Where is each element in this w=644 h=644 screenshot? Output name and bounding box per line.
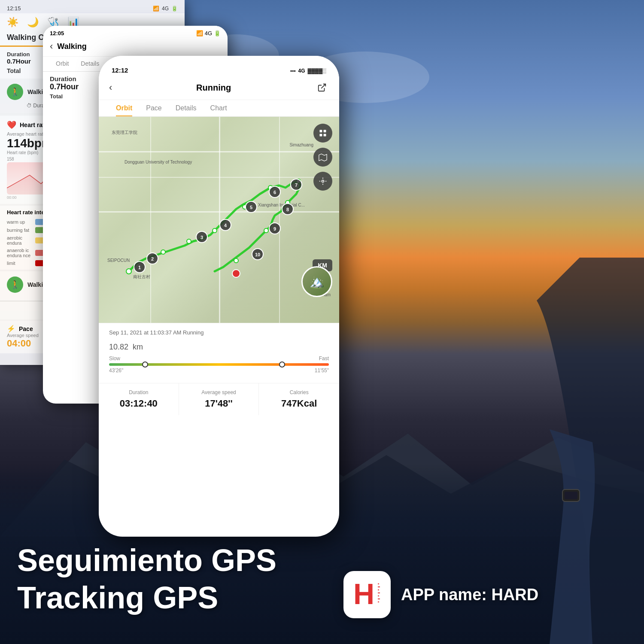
svg-text:1: 1 xyxy=(138,265,141,270)
svg-line-5 xyxy=(321,84,325,88)
person-silhouette xyxy=(429,0,644,644)
pace-marker-right xyxy=(279,361,285,368)
pace-fast-label: Fast xyxy=(319,355,329,361)
map-layers-btn[interactable] xyxy=(313,124,332,143)
svg-text:10: 10 xyxy=(255,252,260,257)
app-branding: H APP name: HARD xyxy=(343,571,538,618)
pace-values: 43'26" 11'55" xyxy=(109,368,329,374)
pace-marker-left xyxy=(142,361,148,368)
distance-unit: km xyxy=(133,343,143,351)
map-type-btn[interactable] xyxy=(313,148,332,167)
svg-point-36 xyxy=(232,270,240,277)
network-type: 4G xyxy=(298,68,305,74)
phone-mid-header: ‹ Walking xyxy=(43,38,228,57)
app-name-text: APP name: HARD xyxy=(401,586,538,604)
pace-slow-label: Slow xyxy=(109,355,120,361)
phone-mid-time: 12:05 xyxy=(50,30,64,36)
phone-main-inner: 12:12 ▪▪▪ 4G ▓▓▓▓░ ‹ Running Orbit Pace xyxy=(99,56,339,537)
activity-date: Sep 11, 2021 at 11:03:37 AM Running xyxy=(109,329,329,336)
gps-route-svg: 1 2 3 4 5 6 7 8 xyxy=(99,117,339,323)
svg-point-15 xyxy=(234,258,238,263)
svg-text:2: 2 xyxy=(151,256,154,261)
map-location-btn[interactable] xyxy=(313,172,332,191)
walk-icon-2: 🚶 xyxy=(7,276,23,293)
phone-mid-tab-orbit[interactable]: Orbit xyxy=(50,57,75,71)
phone-bg-time: 12:15 xyxy=(7,5,21,12)
svg-rect-40 xyxy=(324,134,326,137)
main-share-btn[interactable] xyxy=(315,81,329,94)
phone-mid-status: 12:05 📶 4G 🔋 xyxy=(43,26,228,38)
hard-app-logo-svg: H xyxy=(350,577,384,612)
heart-icon: ❤️ xyxy=(7,120,16,130)
main-back-btn[interactable]: ‹ xyxy=(109,82,112,93)
main-status-bar: 12:12 ▪▪▪ 4G ▓▓▓▓░ xyxy=(99,56,339,77)
svg-point-7 xyxy=(161,250,165,254)
signal-bars-icon: ▪▪▪ xyxy=(290,68,296,74)
pace-fast-val: 11'55" xyxy=(315,368,329,374)
phone-bg-status-icons: 📶4G🔋 xyxy=(153,6,178,12)
activity-thumbnail: 🏔️ xyxy=(301,266,332,297)
duration-stat-label: Duration xyxy=(106,389,172,395)
svg-point-8 xyxy=(187,239,191,243)
tab-details[interactable]: Details xyxy=(169,100,204,116)
phone-main: 12:12 ▪▪▪ 4G ▓▓▓▓░ ‹ Running Orbit Pace xyxy=(99,56,339,537)
svg-text:3: 3 xyxy=(200,235,203,240)
stat-calories: Calories 747Kcal xyxy=(259,383,339,415)
svg-rect-39 xyxy=(320,134,322,137)
app-icon: H xyxy=(343,571,391,618)
svg-rect-37 xyxy=(320,130,322,133)
map-area[interactable]: 东莞理工学院 Simazhuang Dongguan University of… xyxy=(99,117,339,323)
pace-labels: Slow Fast xyxy=(109,355,329,361)
activity-info: Sep 11, 2021 at 11:03:37 AM Running 10.8… xyxy=(109,329,329,352)
svg-text:4: 4 xyxy=(224,223,227,228)
svg-text:5: 5 xyxy=(250,205,252,210)
activity-icon: ☀️ xyxy=(7,17,18,28)
activity-card-header: Sep 11, 2021 at 11:03:37 AM Running 10.8… xyxy=(109,329,329,352)
pace-bar-container: Slow Fast 43'26" 11'55" xyxy=(109,355,329,374)
stat-speed: Average speed 17'48'' xyxy=(179,383,259,415)
svg-point-41 xyxy=(322,180,324,182)
main-tabs-bar: Orbit Pace Details Chart xyxy=(99,100,339,117)
speed-stat-value: 17'48'' xyxy=(186,398,252,409)
main-title: Running xyxy=(196,83,231,93)
svg-text:6: 6 xyxy=(273,190,276,195)
tab-chart[interactable]: Chart xyxy=(204,100,234,116)
svg-rect-38 xyxy=(324,130,326,133)
calories-stat-value: 747Kcal xyxy=(266,398,332,409)
pace-title: Pace xyxy=(19,325,33,332)
main-time: 12:12 xyxy=(112,67,128,74)
battery-indicator: ▓▓▓▓░ xyxy=(308,68,327,74)
svg-text:8: 8 xyxy=(286,207,289,212)
phone-mid-title: Walking xyxy=(57,42,86,51)
svg-point-9 xyxy=(213,228,217,233)
activity-card: Sep 11, 2021 at 11:03:37 AM Running 10.8… xyxy=(99,323,339,383)
sleep-icon: 🌙 xyxy=(27,17,39,28)
main-status-icons: ▪▪▪ 4G ▓▓▓▓░ xyxy=(290,68,326,74)
svg-point-14 xyxy=(264,228,268,233)
phone-mid-signal: 📶 4G 🔋 xyxy=(196,30,221,36)
pace-icon: ⚡ xyxy=(7,325,15,333)
stats-row: Duration 03:12:40 Average speed 17'48'' … xyxy=(99,383,339,415)
stat-duration: Duration 03:12:40 xyxy=(99,383,179,415)
calories-stat-label: Calories xyxy=(266,389,332,395)
activity-distance: 10.82 km xyxy=(109,337,329,352)
main-header: ‹ Running xyxy=(99,77,339,100)
pace-slow-val: 43'26" xyxy=(109,368,123,374)
svg-text:H: H xyxy=(353,577,374,610)
tab-pace[interactable]: Pace xyxy=(139,100,168,116)
svg-rect-3 xyxy=(565,492,577,499)
phone-bg-status-bar: 12:15 📶4G🔋 xyxy=(0,0,185,13)
duration-stat-value: 03:12:40 xyxy=(106,398,172,409)
walk-icon-1: 🚶 xyxy=(7,84,23,100)
tab-orbit[interactable]: Orbit xyxy=(109,100,139,116)
phone-mid-back[interactable]: ‹ xyxy=(50,41,53,52)
pace-gradient-bar xyxy=(109,363,329,366)
speed-stat-label: Average speed xyxy=(186,389,252,395)
svg-text:7: 7 xyxy=(295,182,298,188)
svg-text:9: 9 xyxy=(273,226,276,231)
svg-point-6 xyxy=(126,269,131,274)
